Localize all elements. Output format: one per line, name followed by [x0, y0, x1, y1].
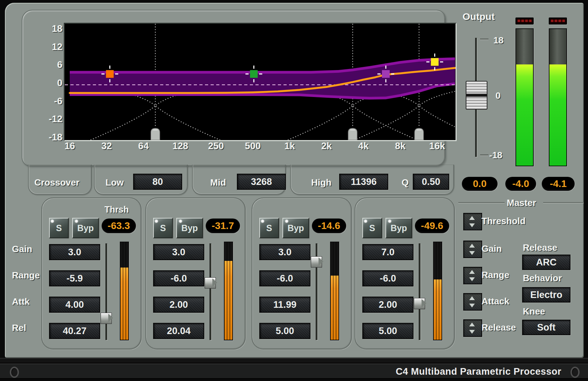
x-tick-label: 4k	[351, 141, 376, 152]
band-4-threshold-track[interactable]	[419, 243, 421, 340]
stepper-down-icon[interactable]	[469, 330, 475, 334]
release-mode-button[interactable]: ARC	[522, 255, 570, 270]
band-3-range-value[interactable]: -6.0	[259, 270, 310, 286]
q-value[interactable]: 0.50	[413, 174, 449, 190]
band-1-attack-value[interactable]: 4.00	[49, 297, 100, 313]
band-1-marker[interactable]	[106, 70, 114, 78]
master-attack-stepper[interactable]	[463, 293, 482, 311]
output-meter-right-readout[interactable]: -4.1	[542, 177, 575, 191]
output-fader-handle[interactable]	[466, 81, 487, 110]
band-4-attack-value[interactable]: 2.00	[362, 297, 413, 313]
master-threshold-stepper[interactable]	[463, 213, 482, 230]
x-tick-label: 500	[240, 141, 265, 152]
output-meter-left-fill	[516, 64, 533, 166]
marker-tick	[253, 79, 254, 82]
band-3-threshold-fader-handle[interactable]	[311, 256, 322, 268]
stepper-up-icon[interactable]	[469, 216, 475, 220]
band-1-threshold-fader-handle[interactable]	[101, 313, 112, 324]
x-tick-label: 250	[204, 141, 228, 152]
band-4-bypass-button[interactable]: Byp	[385, 218, 412, 238]
band-1-threshold-track[interactable]	[105, 243, 107, 340]
mid-crossover-value[interactable]: 3268	[237, 174, 286, 190]
crossover-label: Crossover	[34, 177, 80, 188]
high-crossover-value[interactable]: 11396	[339, 174, 388, 190]
band-1-release-value[interactable]: 40.27	[49, 323, 100, 339]
band-1-solo-button[interactable]: S	[49, 218, 69, 238]
band-1-range-value[interactable]: -5.9	[49, 270, 100, 286]
behavior-mode-label: Behavior	[523, 273, 562, 284]
output-scale-18: 18	[493, 35, 504, 46]
stepper-down-icon[interactable]	[469, 251, 475, 255]
attack-row-label: Attk	[12, 296, 30, 307]
band-1-threshold-readout: -63.3	[102, 219, 136, 233]
output-meter-left	[515, 28, 534, 166]
master-gain-label: Gain	[481, 243, 502, 254]
master-threshold-label: Threshold	[481, 216, 526, 227]
band-1-gain-value[interactable]: 3.0	[49, 244, 100, 260]
marker-tick	[245, 74, 248, 75]
band-3-marker[interactable]	[382, 70, 390, 78]
waves-logo-icon[interactable]	[10, 367, 19, 378]
stepper-down-icon[interactable]	[469, 304, 475, 307]
y-tick-label: -6	[45, 96, 62, 107]
band-2-meter-stripes	[225, 242, 232, 340]
marker-tick	[101, 74, 104, 75]
band-2-gain-value[interactable]: 3.0	[153, 244, 204, 260]
band-4-range-value[interactable]: -6.0	[362, 270, 413, 286]
knee-mode-label: Knee	[523, 306, 545, 317]
master-range-stepper[interactable]	[463, 267, 482, 284]
band-2-bypass-button[interactable]: Byp	[176, 218, 203, 238]
output-meter-right-fill	[549, 64, 566, 166]
plugin-title: C4 Multiband Parametric Processor	[396, 366, 561, 377]
c4-plugin-window: 181260-6-12-18 1632641282505001k2k4k8k16…	[0, 0, 588, 381]
band-3-attack-value[interactable]: 11.99	[259, 297, 310, 313]
band-1-threshold-title: Thrsh	[104, 205, 129, 215]
behavior-mode-button[interactable]: Electro	[522, 287, 570, 303]
clip-led-segments	[551, 20, 565, 22]
band-4-solo-button[interactable]: S	[362, 218, 382, 238]
band-4-release-value[interactable]: 5.00	[362, 323, 413, 339]
marker-tick	[115, 74, 118, 75]
master-gain-stepper[interactable]	[463, 241, 482, 258]
band-3-bypass-button[interactable]: Byp	[282, 218, 309, 238]
low-crossover-value[interactable]: 80	[133, 174, 182, 190]
knee-mode-button[interactable]: Soft	[522, 320, 570, 335]
x-tick-label: 16k	[425, 141, 449, 152]
waves-logo-icon[interactable]	[570, 367, 580, 378]
output-meter-left-readout[interactable]: -4.0	[505, 177, 536, 191]
band-2-solo-button[interactable]: S	[153, 218, 173, 238]
clip-led-right[interactable]	[549, 18, 567, 25]
q-label: Q	[402, 177, 409, 188]
stepper-up-icon[interactable]	[469, 296, 475, 300]
master-label: Master	[507, 198, 536, 208]
stepper-up-icon[interactable]	[469, 244, 475, 248]
band-2-marker[interactable]	[250, 70, 258, 78]
high-label: High	[311, 177, 331, 188]
band-2-attack-value[interactable]: 2.00	[153, 297, 204, 313]
marker-tick	[391, 74, 394, 75]
band-3-release-value[interactable]: 5.00	[259, 323, 310, 339]
band-4-marker[interactable]	[431, 58, 439, 66]
master-release-label: Release	[481, 322, 516, 333]
stepper-down-icon[interactable]	[469, 277, 475, 281]
stepper-down-icon[interactable]	[469, 223, 475, 227]
band-2-range-value[interactable]: -6.0	[153, 270, 204, 286]
x-tick-label: 32	[94, 141, 119, 152]
x-tick-label: 8k	[388, 141, 412, 152]
dynamics-graph[interactable]	[65, 24, 456, 140]
band-2-threshold-fader-handle[interactable]	[205, 277, 216, 289]
master-release-stepper[interactable]	[463, 319, 482, 337]
band-4-gain-value[interactable]: 7.0	[362, 244, 413, 260]
band-2-threshold-track[interactable]	[210, 243, 211, 340]
band-3-gain-value[interactable]: 3.0	[259, 244, 310, 260]
stepper-up-icon[interactable]	[469, 323, 475, 326]
stepper-up-icon[interactable]	[469, 270, 475, 274]
band-1-bypass-button[interactable]: Byp	[72, 218, 99, 238]
band-4-threshold-fader-handle[interactable]	[414, 298, 425, 309]
x-tick-label: 128	[168, 141, 193, 152]
band-3-solo-button[interactable]: S	[259, 218, 279, 238]
band-1-meter	[120, 242, 129, 340]
band-2-release-value[interactable]: 20.04	[153, 323, 204, 339]
release-mode-label: Release	[523, 242, 557, 253]
clip-led-left[interactable]	[515, 18, 534, 25]
